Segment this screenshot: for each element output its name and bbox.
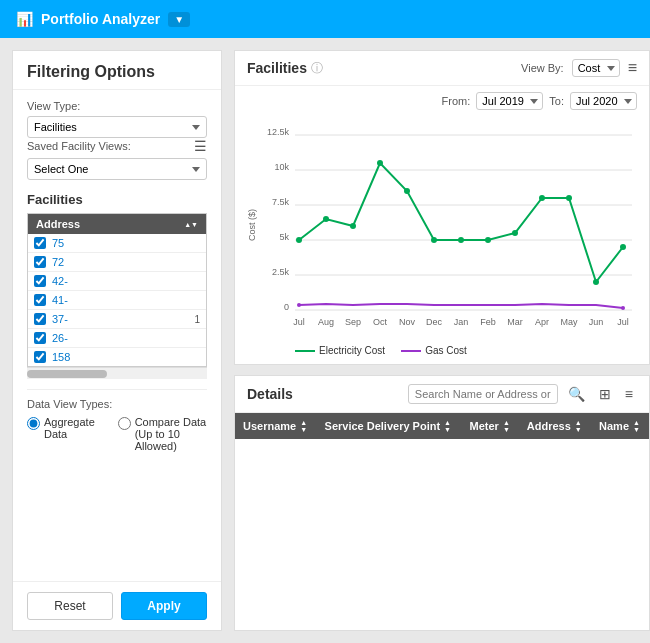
legend-electricity: Electricity Cost: [295, 345, 385, 356]
facility-name-42[interactable]: 42-: [52, 275, 200, 287]
to-date-select[interactable]: Jul 2020: [570, 92, 637, 110]
chart-menu-icon[interactable]: ≡: [628, 59, 637, 77]
to-label: To:: [549, 95, 564, 107]
svg-text:Sep: Sep: [345, 317, 361, 327]
svg-text:Nov: Nov: [399, 317, 416, 327]
legend-gas: Gas Cost: [401, 345, 467, 356]
facility-name-72[interactable]: 72: [52, 256, 200, 268]
facility-checkbox-37[interactable]: [34, 313, 46, 325]
facility-name-41[interactable]: 41-: [52, 294, 200, 306]
header-title: Portfolio Analyzer: [41, 11, 160, 27]
header-title-group: 📊 Portfolio Analyzer: [16, 11, 160, 27]
facility-name-37[interactable]: 37-: [52, 313, 188, 325]
sdp-column-header[interactable]: Service Delivery Point ▲▼: [317, 413, 462, 439]
svg-text:Apr: Apr: [535, 317, 549, 327]
saved-facility-menu-icon[interactable]: ☰: [194, 138, 207, 154]
facilities-table-header: Address ▲▼: [28, 214, 206, 234]
facility-name-75[interactable]: 75: [52, 237, 200, 249]
facility-checkbox-72[interactable]: [34, 256, 46, 268]
meter-column-header[interactable]: Meter ▲▼: [462, 413, 519, 439]
svg-text:Jul: Jul: [293, 317, 305, 327]
facility-name-158[interactable]: 158: [52, 351, 200, 363]
svg-text:7.5k: 7.5k: [272, 197, 290, 207]
svg-text:Cost ($): Cost ($): [247, 209, 257, 241]
svg-text:Jan: Jan: [454, 317, 469, 327]
horizontal-scrollbar[interactable]: [27, 367, 207, 379]
svg-point-36: [566, 195, 572, 201]
view-by-select[interactable]: Cost: [572, 59, 620, 77]
date-range: From: Jul 2019 To: Jul 2020: [235, 86, 649, 116]
facility-row: 41-: [28, 291, 206, 310]
saved-facility-label: Saved Facility Views:: [27, 140, 190, 152]
portfolio-icon: 📊: [16, 11, 33, 27]
gas-legend-label: Gas Cost: [425, 345, 467, 356]
details-grid-icon[interactable]: ⊞: [595, 384, 615, 404]
facility-checkbox-158[interactable]: [34, 351, 46, 363]
from-date-select[interactable]: Jul 2019: [476, 92, 543, 110]
address-column-header[interactable]: Address ▲▼: [519, 413, 591, 439]
facility-checkbox-42[interactable]: [34, 275, 46, 287]
saved-facility-row: Saved Facility Views: ☰: [27, 138, 207, 154]
username-column-header[interactable]: Username ▲▼: [235, 413, 317, 439]
compare-radio-option[interactable]: Compare Data (Up to 10 Allowed): [118, 416, 207, 452]
details-table-wrapper: Username ▲▼ Service Delivery Point ▲▼: [235, 413, 649, 439]
electricity-legend-line: [295, 350, 315, 352]
left-panel: Filtering Options View Type: Facilities …: [12, 50, 222, 631]
view-type-select[interactable]: Facilities: [27, 116, 207, 138]
svg-text:May: May: [560, 317, 578, 327]
facility-row: 72: [28, 253, 206, 272]
chart-info-icon[interactable]: ⓘ: [311, 60, 323, 77]
svg-text:10k: 10k: [274, 162, 289, 172]
data-view-label: Data View Types:: [27, 398, 207, 410]
reset-button[interactable]: Reset: [27, 592, 113, 620]
saved-facility-select[interactable]: Select One: [27, 158, 207, 180]
facilities-section-title: Facilities: [27, 192, 207, 207]
chart-panel: Facilities ⓘ View By: Cost ≡ From: Jul 2…: [234, 50, 650, 365]
svg-point-32: [458, 237, 464, 243]
facility-count-37: 1: [194, 314, 200, 325]
from-label: From:: [442, 95, 471, 107]
details-title: Details: [247, 386, 293, 402]
facility-row: 37- 1: [28, 310, 206, 329]
view-by-label: View By:: [521, 62, 564, 74]
header-dropdown-button[interactable]: ▼: [168, 12, 190, 27]
details-search-input[interactable]: [408, 384, 558, 404]
aggregate-radio[interactable]: [27, 417, 40, 430]
aggregate-radio-option[interactable]: Aggregate Data: [27, 416, 106, 452]
radio-group: Aggregate Data Compare Data (Up to 10 Al…: [27, 416, 207, 452]
facility-checkbox-75[interactable]: [34, 237, 46, 249]
electricity-legend-label: Electricity Cost: [319, 345, 385, 356]
details-header: Details 🔍 ⊞ ≡: [235, 376, 649, 413]
svg-text:0: 0: [284, 302, 289, 312]
name-column-header[interactable]: Name ▲▼: [591, 413, 649, 439]
facility-name-26[interactable]: 26-: [52, 332, 200, 344]
details-search-icon[interactable]: 🔍: [564, 384, 589, 404]
apply-button[interactable]: Apply: [121, 592, 207, 620]
svg-point-26: [296, 237, 302, 243]
svg-text:Aug: Aug: [318, 317, 334, 327]
address-column-header: Address: [36, 218, 80, 230]
svg-text:5k: 5k: [279, 232, 289, 242]
gas-legend-line: [401, 350, 421, 352]
facility-checkbox-26[interactable]: [34, 332, 46, 344]
svg-text:2.5k: 2.5k: [272, 267, 290, 277]
details-panel: Details 🔍 ⊞ ≡ Username ▲▼: [234, 375, 650, 631]
facility-row: 75: [28, 234, 206, 253]
svg-text:Mar: Mar: [507, 317, 523, 327]
svg-point-38: [620, 244, 626, 250]
svg-point-34: [512, 230, 518, 236]
svg-text:Oct: Oct: [373, 317, 388, 327]
filtering-options-title: Filtering Options: [13, 51, 221, 90]
svg-text:Jun: Jun: [589, 317, 604, 327]
details-menu-icon[interactable]: ≡: [621, 384, 637, 404]
facility-row: 158: [28, 348, 206, 366]
left-panel-body: View Type: Facilities Saved Facility Vie…: [13, 90, 221, 581]
svg-point-28: [350, 223, 356, 229]
compare-radio[interactable]: [118, 417, 131, 430]
chart-title: Facilities ⓘ: [247, 60, 323, 77]
main-content: Filtering Options View Type: Facilities …: [0, 38, 650, 643]
facility-row: 26-: [28, 329, 206, 348]
view-type-label: View Type:: [27, 100, 207, 112]
facility-checkbox-41[interactable]: [34, 294, 46, 306]
sort-arrows[interactable]: ▲▼: [184, 221, 198, 228]
